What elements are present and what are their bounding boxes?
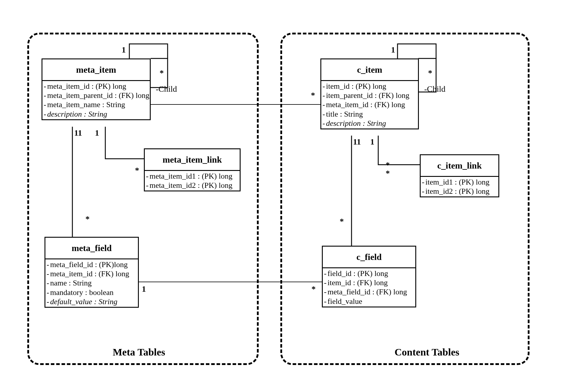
label-child-meta: -Child: [156, 84, 177, 94]
attribute-row: item_id : (FK) long: [323, 278, 415, 287]
mult-mi-link-1: 1: [95, 128, 99, 138]
entity-c-item-link: c_item_link item_id1 : (PK) longitem_id2…: [420, 154, 499, 197]
attribute-row: meta_item_parent_id : (FK) long: [42, 91, 150, 100]
entity-meta-field-title: meta_field: [45, 238, 138, 259]
attribute-row: title : String: [321, 109, 418, 119]
entity-c-item-attrs: item_id : (PK) longitem_parent_id : (FK)…: [321, 81, 418, 128]
mult-mi-link-star: *: [135, 166, 139, 175]
entity-c-item: c_item item_id : (PK) longitem_parent_id…: [320, 58, 419, 129]
entity-c-field: c_field field_id : (PK) longitem_id : (F…: [322, 246, 416, 307]
entity-c-item-title: c_item: [321, 59, 418, 81]
mult-mi-self-star: *: [160, 68, 164, 78]
entity-meta-item-title: meta_item: [42, 59, 150, 81]
attribute-row: mandatory : boolean: [45, 288, 138, 297]
attribute-row: meta_item_id1 : (PK) long: [145, 172, 240, 181]
attribute-row: name : String: [45, 278, 138, 288]
entity-c-item-link-title: c_item_link: [421, 155, 498, 177]
entity-c-field-attrs: field_id : (PK) longitem_id : (FK) longm…: [323, 268, 415, 307]
label-child-content: -Child: [424, 84, 446, 94]
attribute-row: meta_item_id2 : (PK) long: [145, 181, 240, 190]
mult-ci-link-star2: *: [386, 169, 390, 178]
attribute-row: meta_item_id : (PK) long: [42, 82, 150, 91]
mult-ci-field-11: 11: [353, 137, 361, 147]
group-content-tables-label: Content Tables: [395, 347, 459, 358]
attribute-row: item_id1 : (PK) long: [421, 177, 498, 187]
entity-c-item-link-attrs: item_id1 : (PK) longitem_id2 : (PK) long: [421, 177, 498, 196]
entity-meta-field: meta_field meta_field_id : (PK)longmeta_…: [44, 237, 139, 308]
entity-c-field-title: c_field: [323, 247, 415, 268]
attribute-row: description : String: [42, 109, 150, 119]
group-meta-tables-label: Meta Tables: [113, 347, 165, 358]
mult-ci-link-1: 1: [370, 137, 374, 147]
attribute-row: description : String: [321, 119, 418, 128]
attribute-row: field_value: [323, 297, 415, 306]
attribute-row: meta_field_id : (FK) long: [323, 287, 415, 296]
entity-meta-item: meta_item meta_item_id : (PK) longmeta_i…: [42, 58, 151, 120]
attribute-row: item_id : (PK) long: [321, 82, 418, 91]
attribute-row: item_parent_id : (FK) long: [321, 91, 418, 100]
entity-meta-item-link-title: meta_item_link: [145, 149, 240, 171]
attribute-row: meta_item_id : (FK) long: [45, 269, 138, 278]
mult-ci-field-star: *: [340, 217, 344, 226]
mult-mf-cf-1: 1: [142, 284, 146, 294]
entity-meta-item-link: meta_item_link meta_item_id1 : (PK) long…: [144, 148, 241, 191]
entity-meta-item-attrs: meta_item_id : (PK) longmeta_item_parent…: [42, 81, 150, 119]
attribute-row: meta_item_id : (FK) long: [321, 100, 418, 109]
entity-meta-item-link-attrs: meta_item_id1 : (PK) longmeta_item_id2 :…: [145, 171, 240, 191]
mult-mi-field-11: 11: [74, 128, 82, 138]
mult-ci-self-star: *: [428, 68, 432, 78]
attribute-row: default_value : String: [45, 297, 138, 306]
mult-mi-field-star: *: [85, 214, 90, 224]
attribute-row: field_id : (PK) long: [323, 269, 415, 278]
mult-mi-ci-star: *: [311, 91, 315, 100]
attribute-row: meta_field_id : (PK)long: [45, 260, 138, 269]
mult-mi-self-1: 1: [122, 45, 126, 55]
mult-ci-self-1: 1: [391, 45, 395, 55]
attribute-row: item_id2 : (PK) long: [421, 187, 498, 196]
mult-mf-cf-star: *: [311, 284, 316, 294]
attribute-row: meta_item_name : String: [42, 100, 150, 109]
entity-meta-field-attrs: meta_field_id : (PK)longmeta_item_id : (…: [45, 259, 138, 307]
